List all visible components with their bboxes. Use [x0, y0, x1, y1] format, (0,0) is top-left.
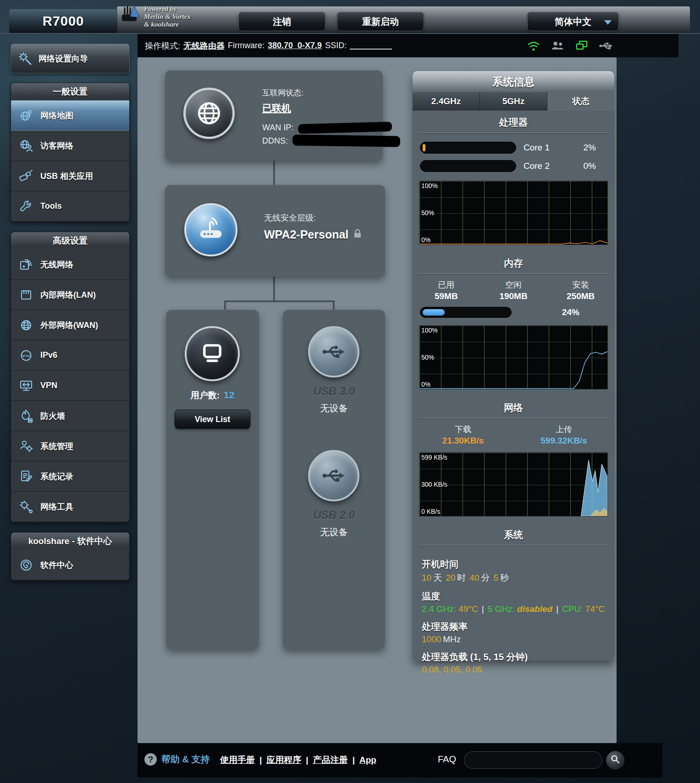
tab-2-4ghz[interactable]: 2.4GHz [413, 92, 480, 111]
sidebar-item-label: 外部网络(WAN) [40, 320, 98, 331]
reboot-button[interactable]: 重新启动 [337, 12, 424, 31]
clients-card: 用户数: 12 View List [166, 310, 259, 649]
cpu-axis-50: 50% [421, 209, 434, 217]
lan-port-icon [18, 288, 34, 302]
cpu-load-label: 处理器负载 (1, 5, 15 分钟) [422, 651, 605, 663]
op-mode-value[interactable]: 无线路由器 [183, 40, 225, 51]
firmware-value[interactable]: 380.70_0-X7.9 [268, 41, 322, 50]
usb3-icon[interactable] [308, 326, 359, 378]
lan-monitors-icon[interactable] [575, 40, 588, 52]
memory-history-graph: 100% 50% 0% [419, 325, 608, 389]
sidebar-item-vpn[interactable]: VPN [11, 371, 129, 401]
tab-status[interactable]: 状态 [547, 92, 614, 111]
ssid-value-redacted [350, 42, 392, 50]
section-title: 高级设置 [11, 232, 129, 250]
ddns-redacted [292, 134, 400, 147]
usb-icon[interactable] [599, 41, 613, 50]
wrench-icon [18, 199, 34, 214]
core2-percent: 0% [584, 161, 596, 171]
sidebar-item-software-center[interactable]: 软件中心 [11, 550, 129, 580]
divider [419, 545, 608, 545]
ipv6-icon: IPV6 [18, 348, 34, 363]
memory-bar-row: 24% [413, 301, 614, 320]
cpu-frequency-label: 处理器频率 [422, 621, 605, 633]
footer-link-app[interactable]: App [359, 755, 376, 765]
core1-row: Core 1 2% [413, 139, 614, 157]
sidebar-item-wireless[interactable]: 无线网络 [11, 250, 129, 280]
memory-used-value: 59MB [413, 291, 480, 301]
clients-count-label: 用户数: [191, 389, 220, 401]
internet-status-value[interactable]: 已联机 [262, 102, 291, 115]
separator: | [306, 755, 308, 765]
help-support-link[interactable]: ? 帮助 & 支持 [144, 753, 210, 766]
sidebar-item-usb-application[interactable]: USB 相关应用 [11, 161, 129, 191]
footer-link-utility[interactable]: 应用程序 [266, 754, 301, 766]
sidebar-item-label: 网络设置向导 [39, 53, 88, 64]
wireless-security-value: WPA2-Personal [264, 228, 348, 241]
memory-axis-100: 100% [421, 327, 438, 334]
sidebar-item-system-log[interactable]: 系统记录 [11, 461, 129, 492]
help-icon: ? [144, 753, 157, 766]
connector-line [224, 300, 334, 302]
usb-drive-icon [18, 169, 34, 183]
wireless-router-icon[interactable] [184, 203, 237, 256]
faq-search-input[interactable] [464, 751, 602, 769]
cpu-load-value: 0.08, 0.05, 0.05 [422, 665, 605, 675]
sidebar-item-administration[interactable]: 系统管理 [11, 431, 129, 461]
sidebar-item-network-tools[interactable]: 网络工具 [11, 492, 129, 522]
core1-percent: 2% [584, 143, 596, 153]
cpu-section-title: 处理器 [413, 111, 614, 133]
guest-network-icon [18, 139, 34, 153]
brand-logo: Powered by Merlin & Vortex & koolshare [120, 4, 191, 29]
sidebar-item-guest-network[interactable]: 访客网络 [11, 131, 129, 161]
language-dropdown[interactable]: 简体中文 [527, 12, 619, 31]
sidebar-item-ipv6[interactable]: IPV6 IPv6 [11, 340, 129, 371]
language-label: 简体中文 [555, 16, 591, 28]
sidebar-item-firewall[interactable]: 防火墙 [11, 401, 129, 431]
network-axis-max: 599 KB/s [421, 454, 447, 461]
sidebar-item-network-map[interactable]: 网络地图 [11, 100, 129, 131]
usb2-name: USB 2.0 [283, 509, 385, 522]
footer-link-manual[interactable]: 使用手册 [220, 754, 255, 766]
status-bar: 操作模式: 无线路由器 Firmware: 380.70_0-X7.9 SSID… [138, 34, 678, 57]
separator: | [353, 755, 355, 765]
core2-usage-bar [420, 160, 516, 172]
wifi-icon[interactable] [527, 40, 540, 52]
tab-5ghz[interactable]: 5GHz [480, 92, 547, 111]
sidebar-item-setup-wizard[interactable]: 网络设置向导 [11, 44, 130, 73]
logout-button[interactable]: 注销 [238, 12, 325, 31]
uptime-label: 开机时间 [422, 558, 605, 571]
sidebar-item-label: USB 相关应用 [40, 171, 93, 182]
sidebar-item-tools[interactable]: Tools [11, 191, 129, 222]
sidebar-item-label: 内部网络(LAN) [40, 289, 96, 300]
memory-total-value: 250MB [547, 291, 614, 301]
faq-search-button[interactable] [606, 751, 624, 769]
administration-gear-icon [18, 439, 34, 454]
network-tools-icon [18, 500, 34, 514]
connector-line [273, 161, 275, 186]
internet-status-label: 互联网状态: [262, 88, 400, 98]
wan-ip-redacted [298, 122, 392, 134]
internet-globe-icon[interactable] [183, 88, 235, 139]
logo-line-1: Powered by [144, 5, 191, 13]
network-section-title: 网络 [413, 396, 614, 418]
footer-links: 使用手册 | 应用程序 | 产品注册 | App [220, 754, 376, 766]
wireless-security-label: 无线安全层级: [264, 212, 362, 223]
memory-axis-50: 50% [421, 354, 434, 361]
memory-section-title: 内存 [413, 251, 614, 273]
wan-globe-icon [18, 318, 34, 333]
vpn-icon [18, 378, 34, 393]
clients-icon[interactable] [551, 40, 564, 51]
usb2-icon[interactable] [308, 450, 359, 501]
core1-usage-bar [420, 142, 516, 154]
sidebar-item-label: 系统管理 [40, 441, 73, 452]
footer-bar: ? 帮助 & 支持 使用手册 | 应用程序 | 产品注册 | App FAQ [138, 743, 662, 777]
system-log-icon [18, 469, 34, 484]
clients-computer-icon[interactable] [185, 326, 240, 381]
sidebar-item-wan[interactable]: 外部网络(WAN) [11, 310, 129, 340]
footer-link-registration[interactable]: 产品注册 [313, 754, 348, 766]
temperature-label: 温度 [422, 590, 605, 603]
op-mode-label: 操作模式: [145, 40, 180, 51]
view-list-button[interactable]: View List [175, 410, 250, 429]
sidebar-item-lan[interactable]: 内部网络(LAN) [11, 280, 129, 310]
